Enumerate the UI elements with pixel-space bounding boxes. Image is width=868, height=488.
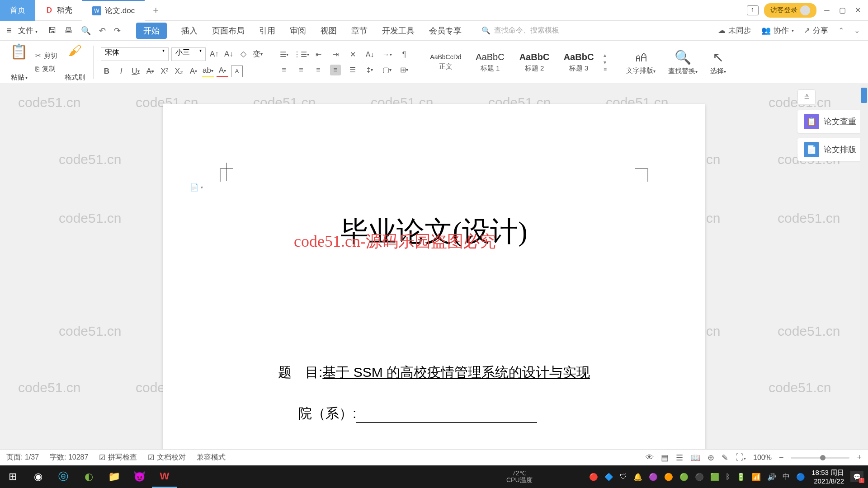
hamburger-icon[interactable]: ≡ bbox=[6, 25, 12, 36]
zoom-out-icon[interactable]: − bbox=[779, 453, 784, 462]
tray-shield-icon[interactable]: 🛡 bbox=[620, 473, 627, 481]
align-right-icon[interactable]: ≡ bbox=[313, 65, 324, 75]
eye-icon[interactable]: 👁 bbox=[646, 453, 654, 462]
start-button[interactable]: ⊞ bbox=[0, 465, 25, 488]
strikethrough-button[interactable]: A▾ bbox=[144, 66, 156, 77]
font-size-select[interactable]: 小三▾ bbox=[171, 47, 206, 61]
tab-home[interactable]: 首页 bbox=[0, 0, 35, 21]
menu-tab-view[interactable]: 视图 bbox=[321, 23, 337, 39]
window-count-badge[interactable]: 1 bbox=[747, 5, 759, 15]
italic-button[interactable]: I bbox=[115, 66, 127, 77]
reading-icon[interactable]: 📖 bbox=[690, 453, 700, 463]
preview-icon[interactable]: 🔍 bbox=[81, 26, 91, 36]
bullets-icon[interactable]: ☰▾ bbox=[278, 49, 289, 60]
paste-button[interactable]: 粘贴▾ bbox=[11, 73, 28, 82]
shading-icon[interactable]: ▢▾ bbox=[382, 65, 392, 75]
scrollbar-thumb[interactable] bbox=[861, 88, 867, 103]
tray-douyin-icon[interactable]: 🔴 bbox=[589, 473, 598, 481]
find-replace-button[interactable]: 🔍 查找替换▾ bbox=[662, 49, 704, 75]
fit-icon[interactable]: ⛶▾ bbox=[736, 453, 746, 462]
wps-icon[interactable]: W bbox=[152, 465, 177, 488]
proofread-toggle[interactable]: ☑文档校对 bbox=[148, 453, 186, 462]
page-content[interactable]: code51.cn-源码乐园盗图必究 毕业论文(设计) 题 目:基于 SSM 的… bbox=[163, 104, 705, 462]
tab-settings-icon[interactable]: →▾ bbox=[382, 49, 392, 60]
tray-wechat-icon[interactable]: 🟢 bbox=[679, 473, 689, 481]
app-icon[interactable]: 😈 bbox=[127, 465, 152, 488]
style-heading3[interactable]: AaBbC 标题 3 bbox=[557, 45, 600, 80]
menu-tab-devtools[interactable]: 开发工具 bbox=[382, 23, 415, 39]
borders-icon[interactable]: ⊞▾ bbox=[399, 65, 410, 75]
redo-icon[interactable]: ↷ bbox=[114, 26, 121, 36]
edit-icon[interactable]: ✎ bbox=[722, 453, 728, 463]
text-layout-button[interactable]: 🗚 文字排版▾ bbox=[620, 49, 662, 75]
menu-tab-reference[interactable]: 引用 bbox=[259, 23, 275, 39]
select-button[interactable]: ↖ 选择▾ bbox=[704, 49, 732, 75]
tab-document[interactable]: W 论文.doc bbox=[82, 0, 145, 21]
underline-button[interactable]: U▾ bbox=[130, 66, 142, 77]
add-tab-button[interactable]: + bbox=[145, 5, 167, 16]
notification-button[interactable]: 💬1 bbox=[850, 471, 863, 482]
undo-icon[interactable]: ↶ bbox=[99, 26, 106, 36]
minimize-button[interactable]: ─ bbox=[822, 5, 832, 15]
copy-button[interactable]: ⎘复制 bbox=[35, 65, 57, 73]
ie-icon[interactable]: ⓔ bbox=[51, 465, 76, 488]
increase-indent-icon[interactable]: ⇥ bbox=[330, 49, 341, 60]
superscript-button[interactable]: X² bbox=[159, 66, 170, 77]
bold-button[interactable]: B bbox=[101, 66, 113, 77]
subscript-button[interactable]: X₂ bbox=[173, 66, 185, 77]
sync-status[interactable]: ☁未同步 bbox=[718, 25, 751, 36]
line-spacing-icon[interactable]: ‡▾ bbox=[364, 65, 375, 75]
ribbon-options-icon[interactable]: ⌄ bbox=[854, 26, 860, 35]
phonetic-icon[interactable]: 变▾ bbox=[252, 48, 264, 60]
menu-tab-layout[interactable]: 页面布局 bbox=[212, 23, 245, 39]
document-area[interactable]: code51.cn code51.cn code51.cn code51.cn … bbox=[0, 84, 868, 462]
tray-app1-icon[interactable]: 🔷 bbox=[604, 473, 613, 481]
sort-icon[interactable]: A↓ bbox=[364, 49, 375, 60]
char-border-button[interactable]: A bbox=[231, 66, 243, 77]
explorer-icon[interactable]: 📁 bbox=[101, 465, 127, 488]
print-icon[interactable]: 🖶 bbox=[65, 26, 73, 36]
web-layout-icon[interactable]: ⊕ bbox=[708, 453, 714, 463]
menu-tab-start[interactable]: 开始 bbox=[136, 23, 167, 39]
text-effect-button[interactable]: A▾ bbox=[188, 66, 199, 77]
side-toggle-button[interactable]: ≙ bbox=[797, 89, 816, 105]
style-normal[interactable]: AaBbCcDd 正文 bbox=[425, 45, 467, 80]
file-menu[interactable]: 文件 ▾ bbox=[18, 25, 38, 36]
font-name-select[interactable]: 宋体▾ bbox=[101, 47, 169, 61]
paper-check-button[interactable]: 📋 论文查重 bbox=[797, 110, 863, 133]
menu-tab-chapter[interactable]: 章节 bbox=[351, 23, 368, 39]
menu-tab-insert[interactable]: 插入 bbox=[181, 23, 198, 39]
tray-bell-icon[interactable]: 🔔 bbox=[633, 473, 642, 481]
zoom-level[interactable]: 100% bbox=[753, 454, 772, 462]
collab-button[interactable]: 👥协作 ▾ bbox=[761, 25, 794, 36]
increase-font-icon[interactable]: A↑ bbox=[208, 48, 220, 60]
style-heading1[interactable]: AaBbC 标题 1 bbox=[469, 45, 511, 80]
chrome-icon[interactable]: ◐ bbox=[76, 465, 101, 488]
word-count[interactable]: 字数: 10287 bbox=[50, 453, 88, 462]
clear-format-icon[interactable]: ◇ bbox=[237, 48, 249, 60]
share-button[interactable]: ↗分享 bbox=[804, 25, 828, 36]
numbering-icon[interactable]: ⋮☰▾ bbox=[296, 49, 307, 60]
style-up-icon[interactable]: ▴ bbox=[604, 52, 607, 58]
vertical-scrollbar[interactable] bbox=[860, 84, 868, 462]
page-indicator[interactable]: 页面: 1/37 bbox=[6, 453, 39, 462]
tray-app3-icon[interactable]: 🟠 bbox=[664, 473, 673, 481]
taskbar-clock[interactable]: 18:53 周日 2021/8/22 bbox=[811, 468, 844, 486]
menu-tab-review[interactable]: 审阅 bbox=[290, 23, 306, 39]
tray-bluetooth-icon[interactable]: ᛒ bbox=[726, 473, 730, 481]
style-down-icon[interactable]: ▾ bbox=[604, 59, 607, 66]
command-search[interactable]: 🔍 查找命令、搜索模板 bbox=[472, 26, 559, 35]
style-expand-icon[interactable]: ≡ bbox=[604, 66, 607, 73]
tray-wifi-icon[interactable]: 📶 bbox=[752, 473, 761, 481]
format-painter-button[interactable]: 格式刷 bbox=[65, 73, 85, 82]
cut-button[interactable]: ✂剪切 bbox=[35, 52, 57, 60]
collapse-ribbon-icon[interactable]: ⌃ bbox=[838, 26, 844, 35]
menu-tab-member[interactable]: 会员专享 bbox=[429, 23, 462, 39]
tray-nvidia-icon[interactable]: 🟩 bbox=[710, 473, 719, 481]
doc-options-button[interactable]: 📄 ▾ bbox=[190, 183, 203, 192]
asian-layout-icon[interactable]: ✕ bbox=[347, 49, 358, 60]
align-center-icon[interactable]: ≡ bbox=[296, 65, 307, 75]
zoom-in-icon[interactable]: + bbox=[857, 453, 862, 462]
save-icon[interactable]: 🖫 bbox=[48, 26, 57, 36]
tray-ime-icon[interactable]: 中 bbox=[783, 472, 790, 482]
